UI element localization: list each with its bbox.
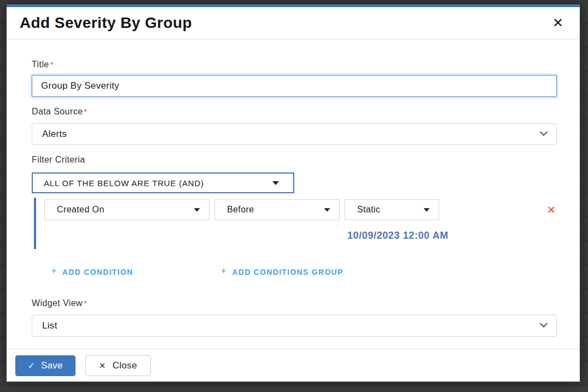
title-field-group: Title* — [32, 59, 557, 97]
plus-icon: + — [51, 266, 57, 277]
widget-view-label: Widget View* — [32, 298, 557, 309]
caret-down-icon — [324, 208, 330, 211]
modal-footer: ✓ Save ✕ Close — [7, 349, 580, 382]
condition-value-type-select[interactable]: Static — [345, 199, 439, 220]
title-field-label: Title* — [32, 59, 557, 70]
caret-down-icon — [423, 208, 429, 211]
required-asterisk: * — [84, 298, 87, 308]
save-button-label: Save — [41, 360, 63, 371]
add-conditions-group-label: ADD CONDITIONS GROUP — [232, 268, 343, 276]
delete-condition-icon[interactable]: ✕ — [547, 205, 556, 215]
condition-links-row: + ADD CONDITION + ADD CONDITIONS GROUP — [51, 267, 557, 277]
filter-criteria-section: Filter Criteria ALL OF THE BELOW ARE TRU… — [32, 154, 557, 277]
title-label-text: Title — [32, 60, 49, 69]
widget-view-selected-value: List — [42, 320, 57, 331]
modal-header: Add Severity By Group ✕ — [7, 7, 580, 39]
plus-icon: + — [221, 266, 228, 277]
condition-operator-value: Before — [227, 205, 254, 215]
widget-view-label-text: Widget View — [32, 298, 83, 308]
condition-date-value[interactable]: 10/09/2023 12:00 AM — [347, 230, 449, 241]
widget-view-field-group: Widget View* List — [32, 298, 557, 337]
add-widget-modal: Add Severity By Group ✕ Title* Data Sour… — [7, 4, 580, 382]
chevron-down-icon — [540, 128, 548, 136]
save-button[interactable]: ✓ Save — [15, 355, 75, 376]
condition-row: Created On Before Static ✕ — [44, 199, 557, 220]
widget-view-select[interactable]: List — [32, 315, 557, 337]
data-source-select[interactable]: Alerts — [32, 123, 557, 145]
match-rule-dropdown[interactable]: ALL OF THE BELOW ARE TRUE (AND) — [32, 172, 294, 193]
condition-group: Created On Before Static ✕ — [34, 198, 557, 249]
condition-value-row: 10/09/2023 12:00 AM — [44, 230, 557, 241]
close-icon[interactable]: ✕ — [550, 15, 566, 31]
caret-down-icon — [272, 181, 279, 185]
backdrop-overlay: Add Severity By Group ✕ Title* Data Sour… — [0, 0, 588, 392]
add-condition-link[interactable]: + ADD CONDITION — [51, 267, 133, 277]
chevron-down-icon — [540, 320, 548, 327]
caret-down-icon — [194, 208, 200, 211]
data-source-field-group: Data Source* Alerts — [32, 106, 557, 145]
data-source-selected-value: Alerts — [42, 129, 67, 140]
data-source-label-text: Data Source — [32, 107, 83, 116]
data-source-label: Data Source* — [32, 106, 557, 117]
add-conditions-group-link[interactable]: + ADD CONDITIONS GROUP — [221, 267, 344, 277]
condition-field-value: Created On — [57, 205, 104, 215]
close-button[interactable]: ✕ Close — [85, 355, 151, 376]
add-condition-label: ADD CONDITION — [62, 268, 133, 276]
title-input[interactable] — [32, 75, 557, 97]
match-rule-value: ALL OF THE BELOW ARE TRUE (AND) — [44, 178, 204, 188]
check-icon: ✓ — [28, 361, 35, 371]
modal-title: Add Severity By Group — [20, 14, 192, 32]
condition-operator-select[interactable]: Before — [214, 199, 340, 220]
condition-field-select[interactable]: Created On — [44, 199, 209, 220]
close-button-label: Close — [113, 360, 137, 371]
filter-criteria-label: Filter Criteria — [32, 154, 557, 165]
required-asterisk: * — [50, 60, 54, 69]
condition-value-type-value: Static — [357, 205, 380, 215]
modal-body: Title* Data Source* Alerts Filter Criter… — [7, 39, 580, 349]
required-asterisk: * — [84, 107, 87, 116]
close-x-icon: ✕ — [99, 361, 106, 371]
